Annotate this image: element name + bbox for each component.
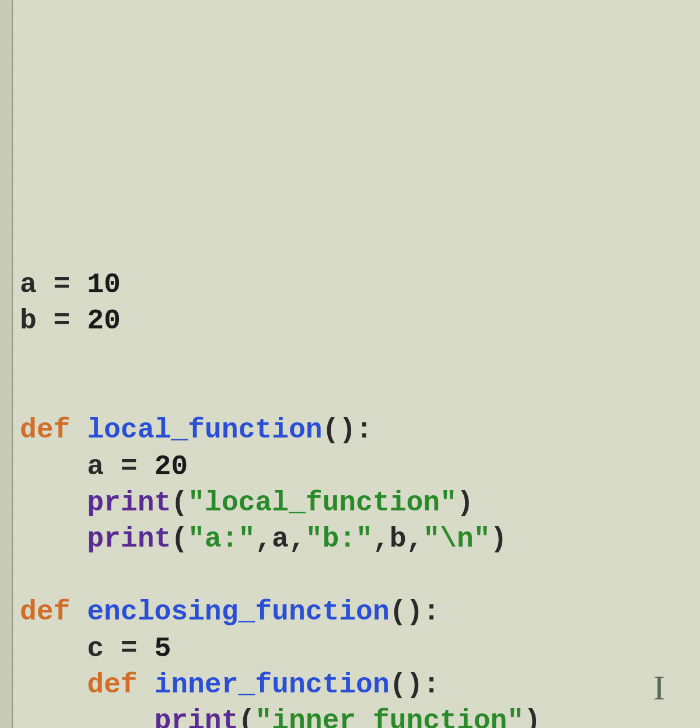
code-token: "b:" (306, 523, 373, 555)
code-token: (): (323, 414, 373, 446)
code-token: ( (171, 523, 188, 555)
code-line[interactable] (20, 340, 700, 376)
code-token: a (20, 451, 121, 482)
code-token: ( (238, 705, 255, 728)
code-line[interactable]: print("inner_function") (20, 703, 700, 728)
code-editor[interactable]: a = 10b = 20 def local_function(): a = 2… (18, 267, 700, 728)
code-line[interactable] (20, 376, 700, 412)
code-token: (): (390, 596, 440, 628)
code-token (20, 705, 154, 728)
code-token: = (54, 305, 71, 337)
code-token: def (87, 669, 137, 701)
code-token: = (121, 633, 138, 664)
code-token (138, 669, 155, 701)
code-token: "\n" (423, 523, 490, 555)
code-line[interactable]: a = 20 (20, 449, 700, 485)
code-token: "local_function" (188, 487, 457, 519)
code-token (20, 487, 87, 519)
code-line[interactable] (20, 558, 700, 594)
code-token: def (20, 414, 70, 446)
code-line[interactable]: b = 20 (20, 303, 700, 339)
code-token: ( (171, 487, 188, 519)
code-token: c (20, 633, 121, 664)
code-line[interactable]: def inner_function(): (20, 667, 700, 703)
code-token: = (54, 269, 71, 300)
code-line[interactable]: def enclosing_function(): (20, 594, 700, 630)
code-token: enclosing_function (87, 596, 389, 628)
code-token: 5 (138, 633, 172, 664)
line-number-gutter (0, 0, 13, 728)
code-token (20, 523, 87, 555)
code-token: (): (390, 669, 440, 701)
code-token: def (20, 596, 70, 628)
code-token: 20 (138, 451, 188, 482)
code-token: 20 (70, 305, 120, 337)
code-line[interactable]: def local_function(): (20, 412, 700, 448)
code-line[interactable]: a = 10 (20, 267, 700, 303)
code-line[interactable]: c = 5 (20, 631, 700, 667)
code-token: inner_function (154, 669, 389, 701)
code-token (70, 596, 87, 628)
code-token: b (20, 305, 54, 337)
code-token: ) (457, 487, 474, 519)
mouse-ibeam-cursor-icon: I (653, 665, 665, 710)
code-token: "inner_function" (255, 705, 524, 728)
code-token (70, 414, 87, 446)
code-token: print (87, 523, 171, 555)
code-token: ) (524, 705, 541, 728)
code-line[interactable]: print("a:",a,"b:",b,"\n") (20, 521, 700, 557)
code-token: 10 (70, 269, 120, 300)
code-line[interactable]: print("local_function") (20, 485, 700, 521)
code-token: ) (491, 523, 508, 555)
code-token: ,b, (373, 523, 423, 555)
code-token: ,a, (255, 523, 305, 555)
code-token: "a:" (188, 523, 255, 555)
code-token: print (87, 487, 171, 519)
code-token: print (154, 705, 238, 728)
code-token: a (20, 269, 54, 300)
code-token: local_function (87, 414, 322, 446)
code-token (20, 669, 87, 701)
code-token: = (121, 451, 138, 482)
